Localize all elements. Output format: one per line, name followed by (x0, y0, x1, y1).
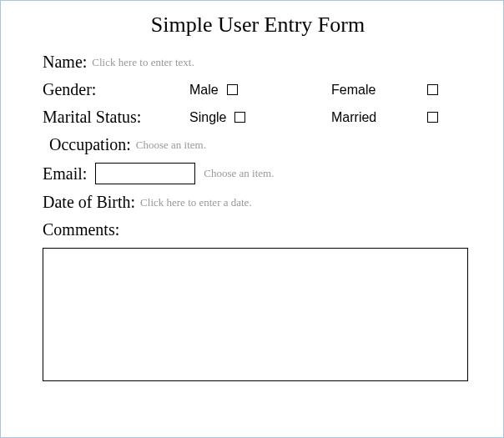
row-marital: Marital Status: Single Married (43, 108, 473, 127)
dob-label: Date of Birth: (43, 193, 135, 212)
marital-options: Single Married (189, 110, 473, 125)
gender-female-checkbox[interactable] (427, 84, 438, 95)
row-comments: Comments: (43, 220, 473, 385)
row-occupation: Occupation: Choose an item. (43, 135, 473, 154)
gender-option-female: Female (331, 83, 473, 98)
gender-male-label: Male (189, 83, 219, 98)
row-email: Email: Choose an item. (43, 163, 473, 184)
occupation-label: Occupation: (49, 135, 131, 154)
comments-textarea[interactable] (43, 248, 468, 381)
marital-label: Marital Status: (43, 108, 141, 127)
gender-option-male: Male (189, 83, 331, 98)
page-title: Simple User Entry Form (43, 13, 473, 38)
gender-female-label: Female (331, 83, 375, 98)
name-label: Name: (43, 53, 87, 72)
form-page: Simple User Entry Form Name: Click here … (0, 0, 504, 438)
email-input[interactable] (95, 163, 195, 184)
gender-options: Male Female (189, 83, 473, 98)
marital-married-label: Married (331, 110, 376, 125)
comments-label: Comments: (43, 220, 119, 239)
marital-single-checkbox[interactable] (234, 112, 245, 123)
gender-label: Gender: (43, 80, 96, 99)
email-select-placeholder[interactable]: Choose an item. (204, 167, 274, 180)
marital-option-married: Married (331, 110, 473, 125)
dob-input[interactable]: Click here to enter a date. (140, 196, 252, 209)
email-label: Email: (43, 164, 87, 184)
occupation-select[interactable]: Choose an item. (136, 138, 206, 152)
marital-option-single: Single (189, 110, 331, 125)
row-gender: Gender: Male Female (43, 80, 473, 99)
row-name: Name: Click here to enter text. (43, 53, 473, 72)
row-dob: Date of Birth: Click here to enter a dat… (43, 193, 473, 212)
marital-married-checkbox[interactable] (427, 112, 438, 123)
marital-single-label: Single (189, 110, 226, 125)
name-input[interactable]: Click here to enter text. (92, 56, 194, 69)
gender-male-checkbox[interactable] (227, 84, 238, 95)
